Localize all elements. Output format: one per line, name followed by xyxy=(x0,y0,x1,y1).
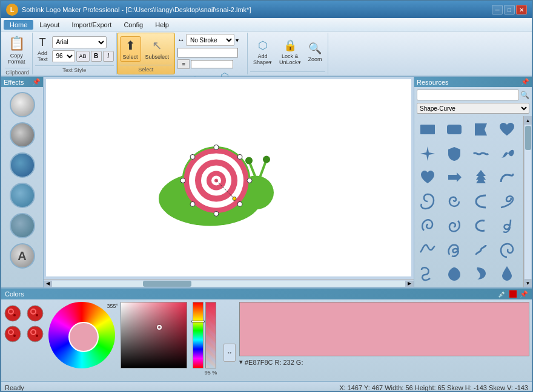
minimize-button[interactable]: ─ xyxy=(492,5,503,15)
opacity-strip[interactable] xyxy=(205,302,216,368)
add-text-button[interactable]: T AddText xyxy=(35,35,50,64)
text-style-top: T AddText Arial 96 AB B I xyxy=(35,34,114,64)
scrollbar-thumb-v[interactable] xyxy=(525,126,531,150)
shape-swoosh[interactable] xyxy=(496,191,518,212)
font-family-select[interactable]: Arial xyxy=(52,36,107,48)
shape-c-open[interactable] xyxy=(470,215,492,237)
shape-loop[interactable] xyxy=(443,239,465,261)
effect-4-button[interactable] xyxy=(10,183,35,208)
scroll-right-button[interactable]: ▶ xyxy=(405,281,414,287)
shape-spiral-1[interactable] xyxy=(417,191,439,212)
maximize-button[interactable]: □ xyxy=(504,5,515,15)
colors-pin[interactable]: 📌 xyxy=(520,290,528,298)
swatch-2-svg[interactable] xyxy=(26,304,44,322)
search-icon[interactable]: 🔍 xyxy=(520,91,529,99)
hue-handle[interactable] xyxy=(191,321,205,322)
transfer-button[interactable]: ↔ xyxy=(223,344,236,362)
shape-swirl-1[interactable] xyxy=(417,215,439,237)
zoom-button[interactable]: 🔍 Zoom xyxy=(305,39,325,66)
canvas[interactable] xyxy=(46,79,411,276)
bold-button[interactable]: B xyxy=(91,51,102,62)
shape-rounded-rect[interactable] xyxy=(443,119,465,140)
shape-spiral-2[interactable] xyxy=(443,191,465,212)
search-input[interactable] xyxy=(417,90,519,100)
color-picker-gradient[interactable] xyxy=(121,302,187,368)
scroll-down-button[interactable]: ▼ xyxy=(524,279,532,287)
resources-pin[interactable]: 📌 xyxy=(521,78,529,86)
shape-wave-2[interactable] xyxy=(417,239,439,261)
shape-tree[interactable] xyxy=(470,166,492,188)
stroke-select[interactable]: No Stroke xyxy=(186,34,234,46)
menu-config[interactable]: Config xyxy=(118,20,149,30)
eyedropper-icon[interactable]: 💉 xyxy=(498,290,506,298)
shape-c-curve[interactable] xyxy=(470,191,492,212)
r-label: R: xyxy=(274,359,281,366)
shape-heart-2[interactable] xyxy=(417,166,439,188)
menu-help[interactable]: Help xyxy=(149,20,175,30)
color-indicator[interactable] xyxy=(509,290,517,298)
shape-rectangle[interactable] xyxy=(417,119,439,140)
italic-button[interactable]: I xyxy=(103,51,114,62)
select-button[interactable]: ⬆ Select xyxy=(120,36,141,62)
main-content: Effects 📌 A xyxy=(1,77,532,287)
shape-flag[interactable] xyxy=(470,119,492,140)
text-color-button[interactable]: AB xyxy=(76,51,90,62)
shape-wave[interactable] xyxy=(470,143,492,165)
menu-import-export[interactable]: Import/Export xyxy=(65,20,118,30)
select-group: ⬆ Select ↖ Subselect Select xyxy=(117,33,176,74)
scroll-up-button[interactable]: ▲ xyxy=(524,116,532,125)
shape-curl[interactable] xyxy=(496,166,518,188)
effect-1-button[interactable] xyxy=(10,92,35,117)
shape-arrow-right[interactable] xyxy=(443,166,465,188)
shape-spiral-3[interactable] xyxy=(496,239,518,261)
shape-drip[interactable] xyxy=(496,263,518,284)
resources-scrollbar[interactable]: ▲ ▼ xyxy=(523,116,532,287)
dropdown-arrow-icon[interactable]: ▾ xyxy=(239,358,243,366)
subselect-button[interactable]: ↖ Subselect xyxy=(142,36,173,62)
close-button[interactable]: ✕ xyxy=(516,5,527,15)
shape-fishhook[interactable] xyxy=(496,215,518,237)
scroll-left-button[interactable]: ◀ xyxy=(44,281,52,287)
effect-3-button[interactable] xyxy=(10,152,35,178)
statusbar: Ready X: 1467 Y: 467 Width: 56 Height: 6… xyxy=(1,381,532,392)
effects-label: Effects xyxy=(4,79,24,86)
effect-text-button[interactable]: A xyxy=(10,243,35,269)
shape-teardrop[interactable] xyxy=(443,263,465,284)
shape-category-select[interactable]: Shape-Curve Shape-Basic Shape-Arrow xyxy=(417,103,529,114)
effects-pin[interactable]: 📌 xyxy=(32,78,41,86)
menu-layout[interactable]: Layout xyxy=(33,20,65,30)
shape-tail[interactable] xyxy=(470,263,492,284)
tools-buttons: ⬡ AddShape▾ 🔒 Lock &UnLock▾ 🔍 Zoom xyxy=(250,34,325,70)
swatch-1-svg[interactable] xyxy=(4,304,22,322)
lock-unlock-button[interactable]: 🔒 Lock &UnLock▾ xyxy=(276,37,304,67)
font-size-select[interactable]: 96 xyxy=(52,50,75,62)
shape-swirl-2[interactable] xyxy=(443,215,465,237)
titlebar: L Sothink Logo Maker Professional - [C:\… xyxy=(1,1,532,18)
shapes-area-wrapper: ▲ ▼ xyxy=(414,116,532,287)
stroke-align-button[interactable]: ≡ xyxy=(177,59,190,69)
resources-panel-wrapper: Resources 📌 🔍 Shape-Curve Shape-Basic Sh… xyxy=(414,77,532,287)
svg-line-2 xyxy=(250,162,256,177)
stroke-dropdown-arrow[interactable]: ▾ xyxy=(236,37,239,44)
color-picker-wrapper[interactable] xyxy=(121,302,190,371)
scrollbar-thumb[interactable] xyxy=(143,281,191,287)
horizontal-scrollbar[interactable]: ◀ ▶ xyxy=(44,279,414,287)
add-shape-icon: ⬡ xyxy=(258,39,268,52)
text-style-label: Text Style xyxy=(35,65,114,73)
copy-format-button[interactable]: 📋 CopyFormat xyxy=(5,34,28,67)
hue-strip[interactable] xyxy=(193,302,204,368)
swatch-3-svg[interactable] xyxy=(4,325,22,343)
effect-5-button[interactable] xyxy=(10,213,35,238)
add-shape-button[interactable]: ⬡ AddShape▾ xyxy=(250,37,275,67)
shapes-grid xyxy=(414,116,523,287)
shape-heart[interactable] xyxy=(496,119,518,140)
shape-s-curve[interactable] xyxy=(470,239,492,261)
shape-s-swirl[interactable] xyxy=(417,263,439,284)
window-controls[interactable]: ─ □ ✕ xyxy=(492,5,527,15)
swatch-4-svg[interactable] xyxy=(26,325,44,343)
effect-2-button[interactable] xyxy=(10,122,35,148)
shape-scroll[interactable] xyxy=(496,143,518,165)
shape-4point-star[interactable] xyxy=(417,143,439,165)
menu-home[interactable]: Home xyxy=(4,20,33,30)
shape-shield[interactable] xyxy=(443,143,465,165)
